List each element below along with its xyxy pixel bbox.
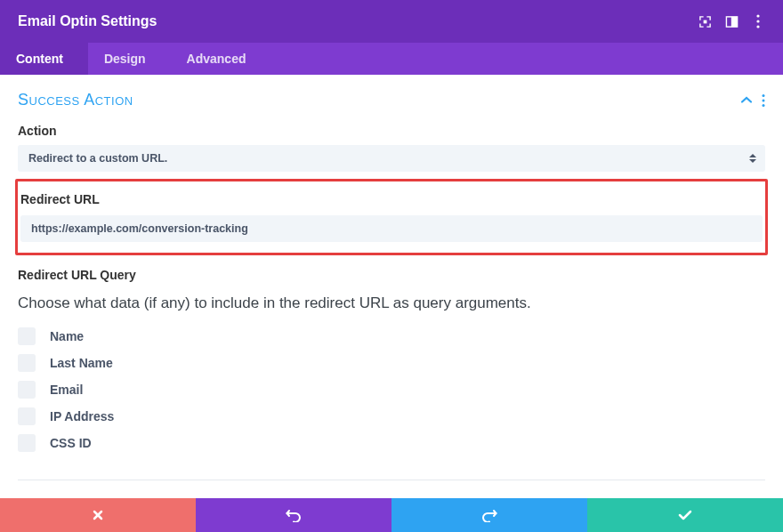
check-label-last-name: Last Name (50, 356, 113, 370)
check-row-last-name: Last Name (18, 350, 765, 376)
kebab-menu-icon[interactable] (751, 14, 765, 28)
svg-point-6 (756, 25, 759, 28)
tab-advanced[interactable]: Advanced (171, 43, 271, 75)
checkbox-ip-address[interactable] (18, 407, 36, 425)
check-label-css-id: CSS ID (50, 436, 92, 450)
check-label-name: Name (50, 329, 84, 343)
label-redirect-url: Redirect URL (20, 192, 763, 206)
svg-point-9 (763, 104, 765, 107)
section-header-success-action: Success Action (0, 75, 783, 115)
tabs: Content Design Advanced (0, 43, 783, 75)
checkbox-last-name[interactable] (18, 354, 36, 372)
settings-title: Email Optin Settings (18, 13, 698, 29)
redo-button[interactable] (392, 498, 587, 532)
save-button[interactable] (587, 498, 783, 532)
svg-point-5 (756, 20, 759, 22)
tab-design[interactable]: Design (88, 43, 171, 75)
settings-header: Email Optin Settings (0, 0, 783, 43)
field-action: Action Redirect to a custom URL. (0, 115, 783, 172)
check-row-name: Name (18, 323, 765, 350)
field-redirect-url-highlight: Redirect URL (15, 179, 768, 255)
panel-icon[interactable] (724, 14, 739, 28)
content: Success Action Action Redirect to a cust… (0, 75, 783, 531)
select-caret-icon (749, 153, 756, 164)
svg-rect-0 (703, 20, 706, 23)
input-wrap-redirect-url[interactable] (20, 215, 763, 242)
section-title-success-action: Success Action (18, 91, 740, 109)
svg-point-8 (763, 99, 765, 101)
checkbox-email[interactable] (18, 381, 36, 399)
svg-point-4 (756, 14, 759, 17)
check-label-ip-address: IP Address (50, 409, 114, 423)
field-redirect-url-query: Redirect URL Query (0, 255, 783, 282)
input-redirect-url[interactable] (31, 222, 752, 235)
undo-button[interactable] (196, 498, 392, 532)
label-action: Action (18, 124, 765, 138)
checkbox-name[interactable] (18, 327, 36, 345)
footer (0, 498, 783, 532)
label-redirect-url-query: Redirect URL Query (18, 268, 765, 282)
header-icons (698, 14, 765, 28)
checkbox-css-id[interactable] (18, 434, 36, 452)
svg-rect-3 (731, 16, 737, 26)
check-row-email: Email (18, 376, 765, 403)
expand-icon[interactable] (698, 14, 712, 28)
section-menu-icon[interactable] (762, 93, 765, 108)
svg-point-7 (763, 94, 765, 97)
cancel-button[interactable] (0, 498, 196, 532)
check-label-email: Email (50, 383, 83, 397)
section-actions (740, 93, 765, 108)
collapse-icon[interactable] (740, 96, 753, 104)
tab-content[interactable]: Content (0, 43, 88, 75)
check-row-css-id: CSS ID (18, 430, 765, 456)
select-action[interactable]: Redirect to a custom URL. (18, 145, 765, 172)
check-list-redirect-url-query: Name Last Name Email IP Address CSS ID (0, 321, 783, 469)
check-row-ip-address: IP Address (18, 403, 765, 430)
help-text-redirect-url-query: Choose what data (if any) to include in … (0, 289, 783, 321)
select-action-value: Redirect to a custom URL. (28, 152, 167, 165)
